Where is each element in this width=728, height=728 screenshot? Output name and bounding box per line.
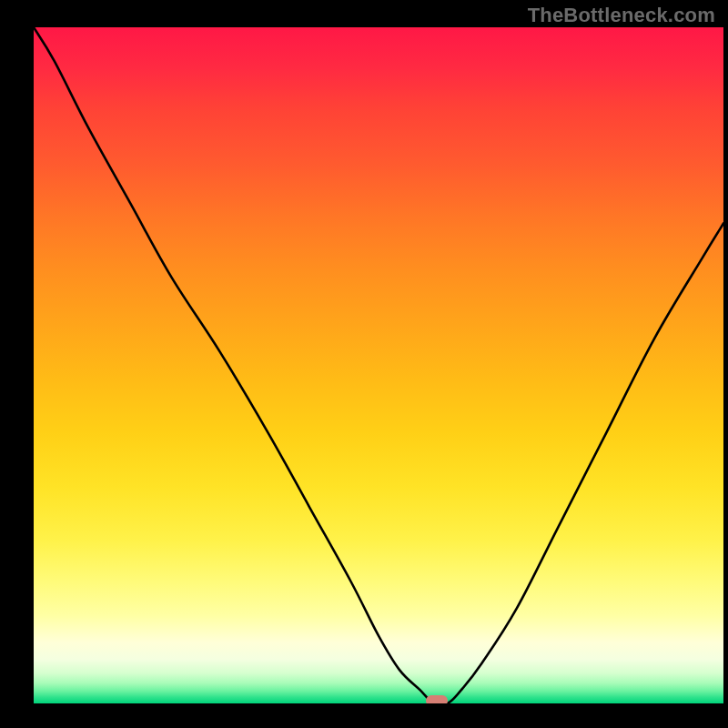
bottleneck-curve: [34, 27, 723, 703]
curve-svg: [34, 27, 723, 703]
minimum-marker: [426, 695, 448, 703]
plot-area: [34, 27, 723, 703]
watermark-text: TheBottleneck.com: [528, 4, 715, 27]
chart-frame: TheBottleneck.com: [0, 0, 728, 728]
